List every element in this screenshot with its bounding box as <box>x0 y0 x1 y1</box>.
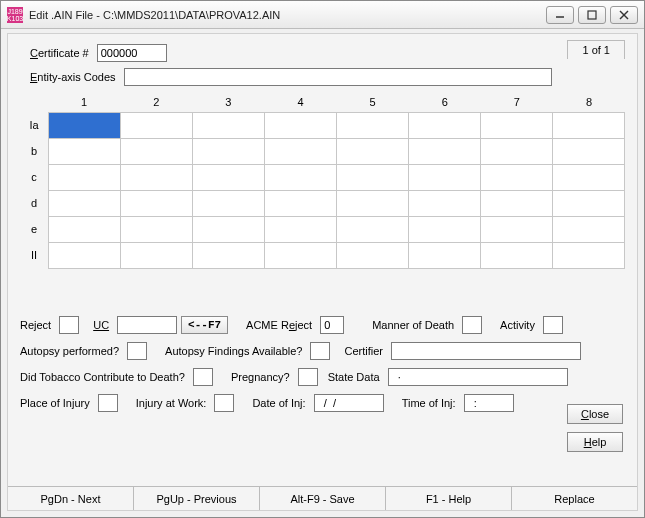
grid-cell[interactable] <box>265 191 337 217</box>
f7-button[interactable]: <--F7 <box>181 316 228 334</box>
date-of-inj-label: Date of Inj: <box>252 397 309 409</box>
tobacco-input[interactable] <box>193 368 213 386</box>
grid-cell[interactable] <box>409 113 481 139</box>
grid-cell[interactable] <box>337 217 409 243</box>
row-header: b <box>20 138 48 164</box>
row-header: e <box>20 216 48 242</box>
uc-input[interactable] <box>117 316 177 334</box>
grid-cell[interactable] <box>481 139 553 165</box>
grid-cell[interactable] <box>49 217 121 243</box>
grid-cell[interactable] <box>121 165 193 191</box>
grid-cell[interactable] <box>409 243 481 269</box>
autopsy-findings-label: Autopsy Findings Available? <box>165 345 306 357</box>
state-data-label: State Data <box>328 371 384 383</box>
page-indicator: 1 of 1 <box>567 40 625 59</box>
grid-cell[interactable] <box>409 191 481 217</box>
grid-cell[interactable] <box>193 113 265 139</box>
certifier-label: Certifier <box>344 345 387 357</box>
grid-cell[interactable] <box>265 243 337 269</box>
grid-cell[interactable] <box>337 139 409 165</box>
grid-cell[interactable] <box>121 191 193 217</box>
status-replace: Replace <box>512 487 637 510</box>
svg-line-2 <box>620 11 628 19</box>
certifier-input[interactable] <box>391 342 581 360</box>
grid-cell[interactable] <box>553 191 625 217</box>
grid-cell[interactable] <box>49 243 121 269</box>
reject-input[interactable] <box>59 316 79 334</box>
col-header: 4 <box>264 92 336 112</box>
injury-at-work-label: Injury at Work: <box>136 397 211 409</box>
pregnancy-label: Pregnancy? <box>231 371 294 383</box>
col-header: 7 <box>481 92 553 112</box>
grid-cell[interactable] <box>49 139 121 165</box>
tobacco-label: Did Tobacco Contribute to Death? <box>20 371 189 383</box>
time-of-inj-input[interactable] <box>464 394 514 412</box>
status-bar: PgDn - Next PgUp - Previous Alt-F9 - Sav… <box>8 486 637 510</box>
manner-of-death-input[interactable] <box>462 316 482 334</box>
grid-cell[interactable] <box>481 243 553 269</box>
close-button[interactable]: Close <box>567 404 623 424</box>
place-of-injury-input[interactable] <box>98 394 118 412</box>
grid-cell[interactable] <box>121 113 193 139</box>
time-of-inj-label: Time of Inj: <box>402 397 460 409</box>
manner-of-death-label: Manner of Death <box>372 319 458 331</box>
app-icon: J189 K103 <box>7 7 23 23</box>
grid-cell[interactable] <box>481 191 553 217</box>
grid-cell[interactable] <box>121 139 193 165</box>
close-window-button[interactable] <box>610 6 638 24</box>
minimize-button[interactable] <box>546 6 574 24</box>
grid-cell[interactable] <box>409 139 481 165</box>
activity-input[interactable] <box>543 316 563 334</box>
injury-at-work-input[interactable] <box>214 394 234 412</box>
row-header: d <box>20 190 48 216</box>
grid-cell[interactable] <box>49 165 121 191</box>
grid-cell[interactable] <box>481 113 553 139</box>
grid-cell[interactable] <box>481 217 553 243</box>
col-header: 8 <box>553 92 625 112</box>
grid-cell[interactable] <box>337 191 409 217</box>
grid-cell[interactable] <box>409 165 481 191</box>
maximize-button[interactable] <box>578 6 606 24</box>
autopsy-findings-input[interactable] <box>310 342 330 360</box>
grid-cell[interactable] <box>265 165 337 191</box>
grid-cell[interactable] <box>193 165 265 191</box>
state-data-input[interactable] <box>388 368 568 386</box>
grid-cell[interactable] <box>481 165 553 191</box>
date-of-inj-input[interactable] <box>314 394 384 412</box>
status-pgdn: PgDn - Next <box>8 487 134 510</box>
row-header: II <box>20 242 48 268</box>
grid-cell[interactable] <box>121 217 193 243</box>
grid-cell[interactable] <box>337 165 409 191</box>
uc-label: UC <box>93 319 113 331</box>
grid-cell[interactable] <box>265 217 337 243</box>
grid-cell[interactable] <box>265 113 337 139</box>
grid-cell[interactable] <box>49 113 121 139</box>
grid-cell[interactable] <box>553 139 625 165</box>
grid-cell[interactable] <box>49 191 121 217</box>
grid-cell[interactable] <box>553 165 625 191</box>
col-header: 3 <box>192 92 264 112</box>
autopsy-performed-input[interactable] <box>127 342 147 360</box>
pregnancy-input[interactable] <box>298 368 318 386</box>
acme-reject-label: ACME Reject <box>246 319 316 331</box>
grid-cell[interactable] <box>553 113 625 139</box>
status-pgup: PgUp - Previous <box>134 487 260 510</box>
grid-cell[interactable] <box>121 243 193 269</box>
certificate-input[interactable] <box>97 44 167 62</box>
activity-label: Activity <box>500 319 539 331</box>
grid-cell[interactable] <box>193 217 265 243</box>
reject-label: Reject <box>20 319 55 331</box>
grid-cell[interactable] <box>337 113 409 139</box>
grid-cell[interactable] <box>337 243 409 269</box>
grid-cell[interactable] <box>193 243 265 269</box>
grid-cell[interactable] <box>193 191 265 217</box>
grid-cell[interactable] <box>409 217 481 243</box>
grid-cell[interactable] <box>553 217 625 243</box>
acme-reject-input[interactable] <box>320 316 344 334</box>
entity-axis-input[interactable] <box>124 68 552 86</box>
grid-cell[interactable] <box>265 139 337 165</box>
titlebar: J189 K103 Edit .AIN File - C:\MMDS2011\D… <box>1 1 644 29</box>
grid-cell[interactable] <box>193 139 265 165</box>
grid-cell[interactable] <box>553 243 625 269</box>
help-button[interactable]: Help <box>567 432 623 452</box>
